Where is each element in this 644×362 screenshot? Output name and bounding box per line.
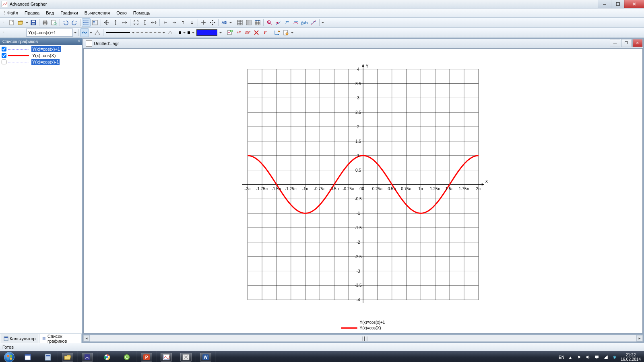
add-function-button[interactable]: +F: [235, 29, 243, 37]
list-label[interactable]: Y(x)=cos(X): [31, 53, 56, 58]
fit-button[interactable]: [208, 19, 217, 27]
tray-clock[interactable]: 21:22 16.02.2014: [621, 353, 641, 362]
axes-settings-button[interactable]: [273, 29, 281, 37]
open-button[interactable]: [17, 19, 25, 27]
menu-file[interactable]: Файл: [4, 10, 21, 16]
arrow-up-button[interactable]: [179, 19, 187, 27]
line-style-solid[interactable]: [106, 31, 130, 34]
list-label[interactable]: Y(x)=cos(x)-1: [31, 59, 60, 65]
tray-volume-icon[interactable]: [585, 354, 591, 360]
grid1-button[interactable]: [236, 19, 244, 27]
taskbar-powerpoint[interactable]: P: [137, 351, 157, 362]
save-button[interactable]: [29, 19, 37, 27]
menu-edit[interactable]: Правка: [21, 10, 43, 16]
minimize-button[interactable]: [598, 0, 611, 8]
tray-flag-icon[interactable]: ⚑: [576, 354, 582, 360]
taskbar-app2[interactable]: [117, 351, 137, 362]
intersect-button[interactable]: [274, 19, 282, 27]
undo-button[interactable]: [62, 19, 70, 27]
zoom-x-button[interactable]: [150, 19, 158, 27]
menu-graphs[interactable]: Графики: [57, 10, 81, 16]
curve-style-dropdown[interactable]: [89, 29, 93, 37]
scroll-thumb[interactable]: ∣∣∣: [361, 336, 365, 340]
start-button[interactable]: [0, 351, 19, 362]
tab-graph-list[interactable]: Список графиков: [39, 334, 82, 343]
redo-button[interactable]: [70, 19, 78, 27]
taskbar-explorer[interactable]: [58, 351, 78, 362]
menu-view[interactable]: Вид: [43, 10, 57, 16]
formula-input[interactable]: Y(x)=cos(x)+1: [26, 29, 73, 37]
toolbar2-more[interactable]: [291, 29, 294, 37]
arrow-right-button[interactable]: [170, 19, 178, 27]
pan-button[interactable]: [103, 19, 111, 27]
properties-button[interactable]: [91, 19, 99, 27]
menu-help[interactable]: Помощь: [130, 10, 154, 16]
close-button[interactable]: [624, 0, 644, 8]
curve-style-button[interactable]: [80, 29, 89, 37]
scroll-left[interactable]: ◄: [83, 335, 90, 341]
integral-button[interactable]: ∫ydx: [301, 19, 309, 27]
taskbar-grapher[interactable]: [157, 351, 176, 362]
list-item[interactable]: Y(x)=cos(X): [0, 52, 82, 59]
dup-function-button[interactable]: ⊡F: [244, 29, 252, 37]
print-button[interactable]: [41, 19, 49, 27]
grid2-button[interactable]: [245, 19, 253, 27]
delete-button[interactable]: [252, 29, 260, 37]
list-item[interactable]: Y(x)=cos(x)-1: [0, 59, 82, 65]
list-checkbox[interactable]: [2, 60, 6, 64]
tray-action-icon[interactable]: [594, 354, 600, 360]
marker1-dropdown[interactable]: [183, 29, 186, 37]
menu-calc[interactable]: Вычисления: [81, 10, 113, 16]
formula-dropdown[interactable]: [74, 29, 77, 37]
taskbar-app1[interactable]: [78, 351, 97, 362]
taskbar-app3[interactable]: [176, 351, 196, 362]
taskbar-calc[interactable]: [38, 351, 58, 362]
tab-calculator[interactable]: Калькулятор: [1, 334, 38, 343]
new-button[interactable]: [8, 19, 16, 27]
graph-list-button[interactable]: [82, 19, 90, 27]
derivative-button[interactable]: F′: [283, 19, 291, 27]
list-item[interactable]: Y(x)=cos(x)+1: [0, 46, 82, 52]
move-vert-button[interactable]: [111, 19, 120, 27]
color-swatch[interactable]: [196, 29, 217, 36]
child-maximize[interactable]: ❐: [621, 39, 632, 47]
tray-misc-icon[interactable]: ✱: [612, 354, 617, 360]
arrow-left-button[interactable]: [161, 19, 169, 27]
edit-function-button[interactable]: F: [261, 29, 269, 37]
h-scrollbar[interactable]: ◄ ∣∣∣ ►: [83, 335, 643, 341]
tangent-button[interactable]: [292, 19, 300, 27]
taskbar-word[interactable]: W: [196, 351, 216, 362]
label-dropdown[interactable]: [229, 19, 232, 27]
show-points-button[interactable]: [93, 29, 101, 37]
table-button[interactable]: [254, 19, 262, 27]
center-button[interactable]: [200, 19, 208, 27]
regression-button[interactable]: [310, 19, 318, 27]
add-graph-button[interactable]: [226, 29, 234, 37]
scroll-right[interactable]: ►: [636, 335, 643, 341]
tray-up-icon[interactable]: ▲: [568, 354, 573, 360]
maximize-button[interactable]: [611, 0, 624, 8]
marker2-dropdown[interactable]: [192, 29, 195, 37]
marker1[interactable]: [179, 31, 181, 34]
open-dropdown[interactable]: [25, 19, 29, 27]
trace-button[interactable]: [265, 19, 273, 27]
list-checkbox[interactable]: [2, 47, 6, 51]
list-label[interactable]: Y(x)=cos(x)+1: [31, 46, 61, 52]
text-label-button[interactable]: AB: [220, 19, 228, 27]
line-style-dropdown[interactable]: [132, 29, 135, 37]
toolbar-more[interactable]: [321, 19, 324, 27]
move-horiz-button[interactable]: [120, 19, 128, 27]
tray-network-icon[interactable]: [603, 354, 609, 360]
child-close[interactable]: ✕: [632, 39, 643, 47]
color-dropdown[interactable]: [219, 29, 222, 37]
marker2[interactable]: [188, 31, 190, 34]
line-style-dash[interactable]: [136, 31, 161, 34]
zoom-y-button[interactable]: [141, 19, 149, 27]
menu-window[interactable]: Окно: [113, 10, 130, 16]
arrow-down-button[interactable]: [188, 19, 196, 27]
print-preview-button[interactable]: [50, 19, 58, 27]
zoom-both-button[interactable]: [132, 19, 140, 27]
plot-canvas[interactable]: -2π-1.75π-1.5π-1.25π-1π-0.75π-0.5π-0.25π…: [83, 48, 643, 333]
marker-style-button[interactable]: [166, 29, 174, 37]
taskbar-chrome[interactable]: [97, 351, 117, 362]
